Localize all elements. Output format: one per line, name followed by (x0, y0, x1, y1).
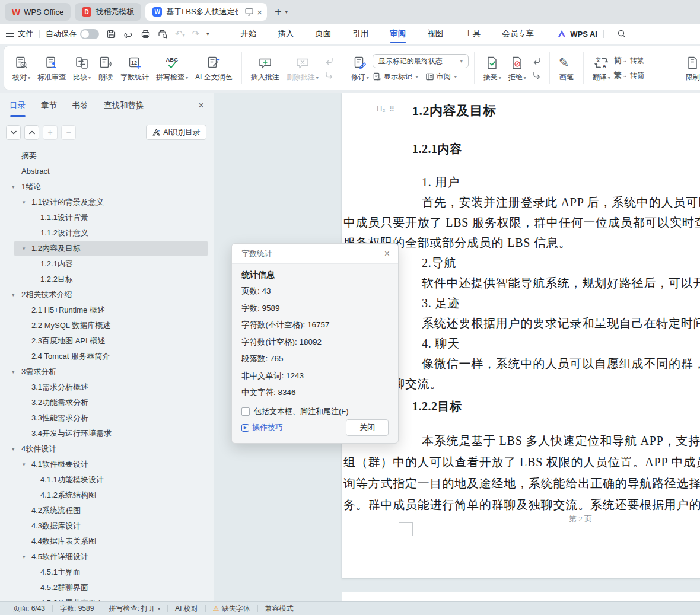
track-changes-button[interactable]: 修订▾ (348, 53, 373, 83)
menu-tab-4[interactable]: 审阅 (379, 24, 416, 44)
toc-expand-arrow-icon[interactable]: ▾ (23, 457, 26, 472)
export-pdf-icon[interactable] (123, 29, 133, 39)
print-icon[interactable] (141, 29, 151, 39)
toc-item[interactable]: ▾4软件设计 (14, 441, 208, 457)
toc-item[interactable]: 1.1.2设计意义 (14, 225, 208, 241)
markup-state-select[interactable]: 显示标记的最终状态 ▾ (373, 54, 469, 68)
next-page-top[interactable] (342, 592, 700, 601)
status-item-4[interactable]: ⚠缺失字体 (206, 604, 257, 614)
simplified-to-traditional-button[interactable]: 简→ 转繁 (614, 55, 644, 66)
collapse-all-button[interactable] (24, 125, 39, 140)
tab-current-document[interactable]: W 基于LBS多人快速定位和导航APP × (145, 3, 267, 21)
dialog-title-bar[interactable]: 字数统计 × (232, 244, 398, 264)
autosave-toggle[interactable] (80, 29, 99, 39)
zoom-in-toc-button[interactable]: + (43, 125, 58, 140)
checkbox[interactable] (241, 407, 250, 416)
tab-docer-templates[interactable]: D 找稻壳模板 (75, 3, 141, 21)
toc-item[interactable]: ▾2相关技术介绍 (14, 287, 208, 302)
tab-wps-home[interactable]: W WPS Office (5, 3, 71, 21)
spell-check-button[interactable]: ABC 拼写检查▾ (152, 53, 192, 83)
close-dialog-button[interactable]: 关闭 (346, 419, 389, 436)
toc-expand-arrow-icon[interactable]: ▾ (12, 287, 15, 302)
accept-changes-button[interactable]: 接受▾ (480, 53, 505, 83)
zoom-out-toc-button[interactable]: − (61, 125, 76, 140)
close-tab-icon[interactable]: × (257, 8, 262, 17)
status-item-5[interactable]: 兼容模式 (258, 604, 301, 614)
menu-tab-5[interactable]: 视图 (416, 24, 454, 44)
toc-item[interactable]: 3.1需求分析概述 (14, 380, 208, 395)
tips-link[interactable]: ▶ 操作技巧 (241, 422, 283, 433)
monitor-icon[interactable] (245, 8, 253, 16)
read-aloud-button[interactable]: 朗读 (94, 53, 117, 83)
toc-item[interactable]: 2.3百度地图 API 概述 (14, 333, 208, 349)
toc-item[interactable]: 3.2功能需求分析 (14, 395, 208, 410)
toc-item[interactable]: 1.2.2目标 (14, 272, 208, 287)
sidebar-tab-contents[interactable]: 目录 (9, 93, 26, 119)
group-expander-icon[interactable] (638, 71, 643, 82)
ink-pen-button[interactable]: ✎ 画笔 (555, 53, 578, 83)
expand-all-button[interactable] (6, 125, 21, 140)
word-count-button[interactable]: 12 字数统计 (117, 53, 152, 83)
reject-changes-button[interactable]: 拒绝▾ (505, 53, 530, 83)
toc-item[interactable]: 4.4数据库表关系图 (14, 534, 208, 549)
toc-item[interactable]: 3.3性能需求分析 (14, 410, 208, 426)
save-icon[interactable] (106, 29, 116, 39)
toc-item[interactable]: 4.2系统流程图 (14, 503, 208, 518)
show-markup-button[interactable]: 显示标记▾ (373, 72, 418, 82)
toc-item[interactable]: Abstract (14, 164, 208, 179)
translate-button[interactable]: 文A 翻译▾ (589, 53, 614, 83)
toc-expand-arrow-icon[interactable]: ▾ (23, 195, 26, 210)
redo-icon[interactable]: ↷ (192, 28, 200, 39)
toc-item[interactable]: 1.2.1内容 (14, 256, 208, 272)
close-sidebar-icon[interactable]: × (198, 100, 204, 111)
print-preview-icon[interactable] (158, 29, 168, 39)
wps-ai-button[interactable]: WPS AI (557, 30, 597, 39)
status-item-0[interactable]: 页面: 6/43 (6, 604, 52, 614)
sidebar-tab-bookmarks[interactable]: 书签 (72, 93, 88, 119)
sidebar-tab-find-replace[interactable]: 查找和替换 (104, 93, 144, 119)
quick-toolbar-chevron-icon[interactable]: ▾ (206, 31, 209, 37)
previous-comment-icon[interactable] (323, 55, 335, 67)
toc-item[interactable]: 摘要 (14, 148, 208, 164)
toc-expand-arrow-icon[interactable]: ▾ (12, 364, 15, 380)
undo-icon[interactable]: ↶▾ (175, 28, 185, 39)
toc-item[interactable]: 1.1.1设计背景 (14, 210, 208, 225)
restrict-editing-button[interactable]: 限制 (682, 53, 700, 83)
new-tab-button[interactable]: + (275, 5, 282, 19)
include-textboxes-option[interactable]: 包括文本框、脚注和尾注(F) (241, 406, 389, 417)
toc-item[interactable]: 4.5.2群聊界面 (14, 580, 208, 595)
tab-list-chevron-icon[interactable]: ▾ (285, 9, 288, 15)
ai-polish-button[interactable]: AI 全文润色 (192, 53, 236, 83)
status-item-3[interactable]: AI 校对 (168, 604, 205, 614)
menu-tab-0[interactable]: 开始 (230, 24, 267, 44)
toc-item[interactable]: ▾4.5软件详细设计 (14, 549, 208, 565)
proofread-button[interactable]: 校对▾ (9, 53, 34, 83)
menu-tab-6[interactable]: 工具 (454, 24, 491, 44)
toc-item[interactable]: 4.5.3位置共享界面 (14, 595, 208, 601)
sidebar-tab-chapters[interactable]: 章节 (41, 93, 57, 119)
drag-handle-icon[interactable]: ⠿ (389, 104, 394, 113)
menu-tab-2[interactable]: 页面 (304, 24, 342, 44)
toc-item[interactable]: 3.4开发与运行环境需求 (14, 426, 208, 441)
toc-item[interactable]: 2.2 MySQL 数据库概述 (14, 318, 208, 333)
next-comment-icon[interactable] (323, 69, 335, 81)
status-item-1[interactable]: 字数: 9589 (53, 604, 101, 614)
standard-review-button[interactable]: 标准审查 (34, 53, 69, 83)
toc-item[interactable]: ▾4.1软件概要设计 (14, 457, 208, 472)
toc-item[interactable]: ▾1.2内容及目标 (14, 241, 208, 256)
close-dialog-icon[interactable]: × (384, 248, 390, 259)
toc-item[interactable]: 2.1 H5+Runtime 概述 (14, 302, 208, 318)
toc-item[interactable]: ▾1.1设计的背景及意义 (14, 195, 208, 210)
review-pane-button[interactable]: 审阅▾ (425, 72, 457, 82)
menu-tab-1[interactable]: 插入 (267, 24, 304, 44)
next-change-icon[interactable] (531, 69, 543, 81)
compare-button[interactable]: 比较▾ (69, 53, 94, 83)
toc-item[interactable]: 4.5.1主界面 (14, 565, 208, 580)
toc-expand-arrow-icon[interactable]: ▾ (23, 241, 26, 256)
delete-comment-button[interactable]: 删除批注▾ (283, 53, 322, 83)
insert-comment-button[interactable]: 插入批注 (247, 53, 283, 83)
toc-expand-arrow-icon[interactable]: ▾ (12, 441, 15, 457)
toc-expand-arrow-icon[interactable]: ▾ (23, 549, 26, 565)
toc-expand-arrow-icon[interactable]: ▾ (12, 179, 15, 195)
status-item-2[interactable]: 拼写检查: 打开▾ (101, 604, 167, 614)
